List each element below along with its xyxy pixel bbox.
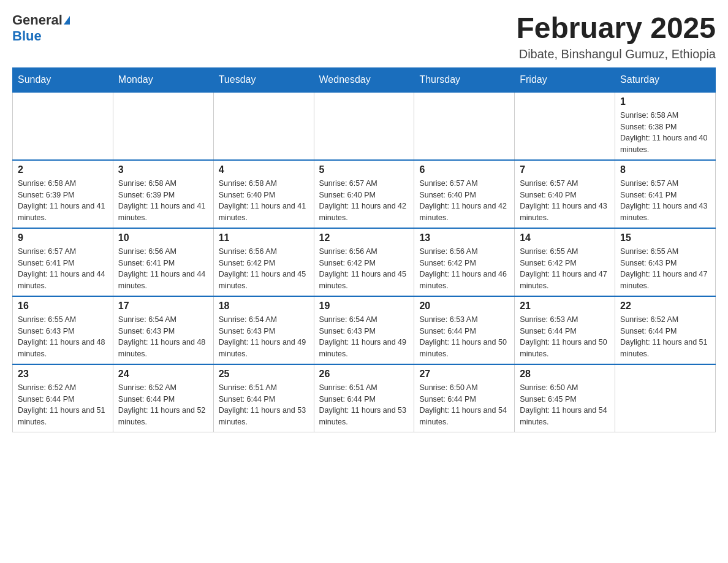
calendar-cell: 13Sunrise: 6:56 AMSunset: 6:42 PMDayligh… (414, 228, 515, 296)
day-number: 19 (319, 301, 409, 312)
day-info: Sunrise: 6:53 AMSunset: 6:44 PMDaylight:… (419, 314, 509, 360)
day-number: 10 (118, 232, 208, 243)
calendar-cell: 16Sunrise: 6:55 AMSunset: 6:43 PMDayligh… (13, 296, 113, 364)
day-info: Sunrise: 6:54 AMSunset: 6:43 PMDaylight:… (118, 314, 208, 360)
day-number: 8 (620, 164, 710, 175)
calendar-cell: 19Sunrise: 6:54 AMSunset: 6:43 PMDayligh… (314, 296, 414, 364)
weekday-header-wednesday: Wednesday (314, 67, 414, 92)
day-number: 24 (118, 369, 208, 380)
day-info: Sunrise: 6:55 AMSunset: 6:43 PMDaylight:… (620, 246, 710, 292)
day-number: 22 (620, 301, 710, 312)
logo-triangle-icon (64, 16, 70, 25)
calendar-cell (314, 92, 414, 160)
calendar-cell: 7Sunrise: 6:57 AMSunset: 6:40 PMDaylight… (515, 160, 615, 228)
day-number: 18 (219, 301, 309, 312)
day-info: Sunrise: 6:52 AMSunset: 6:44 PMDaylight:… (18, 382, 108, 428)
day-number: 26 (319, 369, 409, 380)
day-number: 6 (419, 164, 509, 175)
day-info: Sunrise: 6:58 AMSunset: 6:39 PMDaylight:… (118, 178, 208, 224)
calendar-week-row-0: 1Sunrise: 6:58 AMSunset: 6:38 PMDaylight… (13, 92, 716, 160)
day-number: 15 (620, 232, 710, 243)
day-number: 12 (319, 232, 409, 243)
day-number: 25 (219, 369, 309, 380)
calendar-cell: 25Sunrise: 6:51 AMSunset: 6:44 PMDayligh… (213, 364, 314, 432)
calendar-cell: 28Sunrise: 6:50 AMSunset: 6:45 PMDayligh… (515, 364, 615, 432)
calendar-cell: 5Sunrise: 6:57 AMSunset: 6:40 PMDaylight… (314, 160, 414, 228)
day-info: Sunrise: 6:50 AMSunset: 6:45 PMDaylight:… (520, 382, 610, 428)
calendar-cell: 27Sunrise: 6:50 AMSunset: 6:44 PMDayligh… (414, 364, 515, 432)
day-info: Sunrise: 6:50 AMSunset: 6:44 PMDaylight:… (419, 382, 509, 428)
calendar-cell: 1Sunrise: 6:58 AMSunset: 6:38 PMDaylight… (615, 92, 716, 160)
calendar-cell: 2Sunrise: 6:58 AMSunset: 6:39 PMDaylight… (13, 160, 113, 228)
calendar-cell: 22Sunrise: 6:52 AMSunset: 6:44 PMDayligh… (615, 296, 716, 364)
calendar-week-row-2: 9Sunrise: 6:57 AMSunset: 6:41 PMDaylight… (13, 228, 716, 296)
day-number: 13 (419, 232, 509, 243)
calendar-cell: 18Sunrise: 6:54 AMSunset: 6:43 PMDayligh… (213, 296, 314, 364)
weekday-header-row: SundayMondayTuesdayWednesdayThursdayFrid… (13, 67, 716, 92)
day-info: Sunrise: 6:52 AMSunset: 6:44 PMDaylight:… (620, 314, 710, 360)
day-info: Sunrise: 6:57 AMSunset: 6:40 PMDaylight:… (319, 178, 409, 224)
day-number: 17 (118, 301, 208, 312)
calendar-cell: 4Sunrise: 6:58 AMSunset: 6:40 PMDaylight… (213, 160, 314, 228)
logo-general-text: General (12, 12, 63, 28)
weekday-header-friday: Friday (515, 67, 615, 92)
day-number: 23 (18, 369, 108, 380)
calendar-cell: 26Sunrise: 6:51 AMSunset: 6:44 PMDayligh… (314, 364, 414, 432)
day-number: 4 (219, 164, 309, 175)
calendar-cell: 14Sunrise: 6:55 AMSunset: 6:42 PMDayligh… (515, 228, 615, 296)
day-info: Sunrise: 6:56 AMSunset: 6:42 PMDaylight:… (319, 246, 409, 292)
calendar-cell: 12Sunrise: 6:56 AMSunset: 6:42 PMDayligh… (314, 228, 414, 296)
day-info: Sunrise: 6:55 AMSunset: 6:42 PMDaylight:… (520, 246, 610, 292)
location-text: Dibate, Binshangul Gumuz, Ethiopia (516, 47, 716, 61)
calendar-cell: 17Sunrise: 6:54 AMSunset: 6:43 PMDayligh… (113, 296, 213, 364)
day-info: Sunrise: 6:54 AMSunset: 6:43 PMDaylight:… (219, 314, 309, 360)
calendar-cell: 8Sunrise: 6:57 AMSunset: 6:41 PMDaylight… (615, 160, 716, 228)
day-number: 3 (118, 164, 208, 175)
calendar-cell: 9Sunrise: 6:57 AMSunset: 6:41 PMDaylight… (13, 228, 113, 296)
day-number: 28 (520, 369, 610, 380)
weekday-header-sunday: Sunday (13, 67, 113, 92)
day-number: 16 (18, 301, 108, 312)
day-number: 21 (520, 301, 610, 312)
calendar-cell (515, 92, 615, 160)
day-info: Sunrise: 6:56 AMSunset: 6:42 PMDaylight:… (219, 246, 309, 292)
calendar-cell: 3Sunrise: 6:58 AMSunset: 6:39 PMDaylight… (113, 160, 213, 228)
weekday-header-monday: Monday (113, 67, 213, 92)
logo: General Blue (12, 12, 70, 44)
day-number: 14 (520, 232, 610, 243)
calendar-cell (213, 92, 314, 160)
calendar-cell: 15Sunrise: 6:55 AMSunset: 6:43 PMDayligh… (615, 228, 716, 296)
weekday-header-thursday: Thursday (414, 67, 515, 92)
day-info: Sunrise: 6:52 AMSunset: 6:44 PMDaylight:… (118, 382, 208, 428)
weekday-header-tuesday: Tuesday (213, 67, 314, 92)
day-info: Sunrise: 6:57 AMSunset: 6:41 PMDaylight:… (620, 178, 710, 224)
weekday-header-saturday: Saturday (615, 67, 716, 92)
day-info: Sunrise: 6:57 AMSunset: 6:41 PMDaylight:… (18, 246, 108, 292)
calendar-cell: 21Sunrise: 6:53 AMSunset: 6:44 PMDayligh… (515, 296, 615, 364)
day-info: Sunrise: 6:58 AMSunset: 6:39 PMDaylight:… (18, 178, 108, 224)
calendar-cell (414, 92, 515, 160)
day-info: Sunrise: 6:51 AMSunset: 6:44 PMDaylight:… (219, 382, 309, 428)
day-number: 1 (620, 96, 710, 107)
day-number: 20 (419, 301, 509, 312)
day-number: 7 (520, 164, 610, 175)
day-number: 2 (18, 164, 108, 175)
calendar-cell: 11Sunrise: 6:56 AMSunset: 6:42 PMDayligh… (213, 228, 314, 296)
calendar-week-row-1: 2Sunrise: 6:58 AMSunset: 6:39 PMDaylight… (13, 160, 716, 228)
header-right: February 2025 Dibate, Binshangul Gumuz, … (516, 12, 716, 61)
day-info: Sunrise: 6:57 AMSunset: 6:40 PMDaylight:… (520, 178, 610, 224)
day-info: Sunrise: 6:58 AMSunset: 6:38 PMDaylight:… (620, 110, 710, 156)
calendar-cell (13, 92, 113, 160)
day-info: Sunrise: 6:56 AMSunset: 6:42 PMDaylight:… (419, 246, 509, 292)
day-number: 5 (319, 164, 409, 175)
day-number: 9 (18, 232, 108, 243)
day-number: 27 (419, 369, 509, 380)
calendar-week-row-3: 16Sunrise: 6:55 AMSunset: 6:43 PMDayligh… (13, 296, 716, 364)
calendar-cell: 20Sunrise: 6:53 AMSunset: 6:44 PMDayligh… (414, 296, 515, 364)
day-info: Sunrise: 6:54 AMSunset: 6:43 PMDaylight:… (319, 314, 409, 360)
day-info: Sunrise: 6:53 AMSunset: 6:44 PMDaylight:… (520, 314, 610, 360)
calendar-table: SundayMondayTuesdayWednesdayThursdayFrid… (12, 67, 716, 432)
calendar-cell (615, 364, 716, 432)
day-info: Sunrise: 6:57 AMSunset: 6:40 PMDaylight:… (419, 178, 509, 224)
calendar-week-row-4: 23Sunrise: 6:52 AMSunset: 6:44 PMDayligh… (13, 364, 716, 432)
